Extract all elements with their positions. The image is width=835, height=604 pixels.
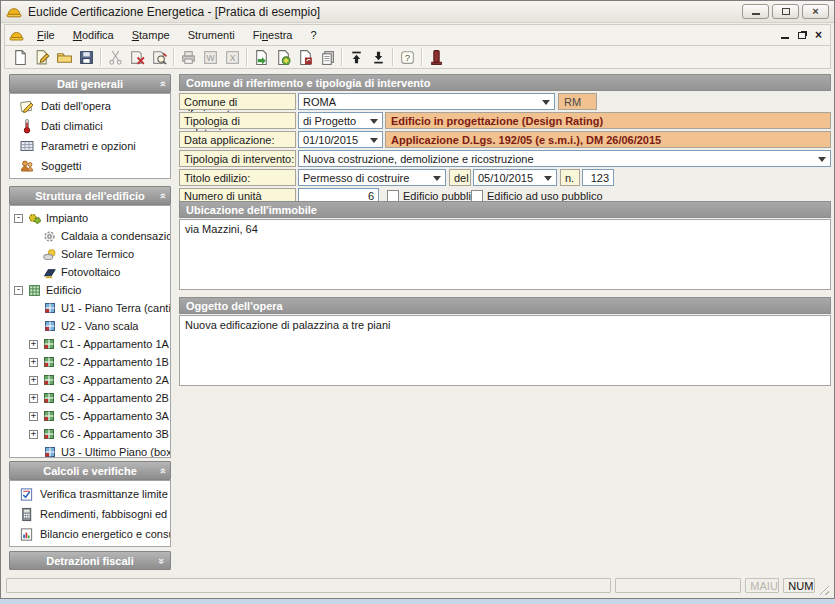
title-bar: Euclide Certificazione Energetica - [Pra… [1,1,834,23]
scroll-bottom-button[interactable] [367,47,389,68]
n-label: n. [560,169,580,186]
import-document-button[interactable] [250,47,272,68]
mdi-close-icon[interactable]: × [815,29,822,41]
sidebar-item-dati-opera[interactable]: Dati dell'opera [10,96,170,116]
print-button[interactable] [177,47,199,68]
menu-modifica[interactable]: Modifica [64,27,123,43]
cut-button[interactable] [104,47,126,68]
tree-expand-icon[interactable] [29,358,38,367]
tree-item-u3[interactable]: U3 - Ultimo Piano (box e ripo [10,443,170,458]
tree-item-c4[interactable]: C4 - Appartamento 2B [10,389,170,407]
comune-select[interactable]: ROMA [298,93,555,110]
data-applicazione-info: Applicazione D.Lgs. 192/05 (e s.m.i.), D… [385,131,831,148]
checkbox-icon[interactable] [471,190,483,202]
tree-item-impianto[interactable]: Impianto [10,209,170,227]
tree-expand-icon[interactable] [29,340,38,349]
menu-stampe[interactable]: Stampe [123,27,179,43]
data-applicazione-select[interactable]: 01/10/2015 [298,131,383,148]
intervento-select[interactable]: Nuova costruzione, demolizione e ricostr… [298,150,831,167]
print-icon [180,49,197,66]
sidebar-item-rendimenti[interactable]: Rendimenti, fabbisogni ed EP [10,504,170,524]
tree-item-solare-termico[interactable]: Solare Termico [10,245,170,263]
delete-document-button[interactable] [126,47,148,68]
mdi-restore-icon[interactable] [798,32,806,39]
titolo-number-input[interactable]: 123 [582,169,614,186]
unit-icon [42,427,56,441]
tree-item-c2[interactable]: C2 - Appartamento 1B [10,353,170,371]
export-excel-button[interactable]: X [221,47,243,68]
section-header-struttura[interactable]: Struttura dell'edificio » [9,186,171,205]
expand-icon[interactable]: » [159,555,165,567]
unit-icon [42,337,56,351]
tree-item-fotovoltaico[interactable]: Fotovoltaico [10,263,170,281]
tree-item-c6[interactable]: C6 - Appartamento 3B [10,425,170,443]
restore-button[interactable] [772,4,799,19]
form-row-intervento: Tipologia di intervento: Nuova costruzio… [179,150,831,167]
add-document-button[interactable] [272,47,294,68]
tree-expand-icon[interactable] [29,394,38,403]
oggetto-textarea[interactable]: Nuova edificazione di palazzina a tre pi… [179,315,831,386]
collapse-icon[interactable]: » [159,78,165,90]
mdi-minimize-icon[interactable] [781,37,789,39]
sidebar-item-soggetti[interactable]: Soggetti [10,156,170,176]
menu-finestra[interactable]: Finestra [244,27,302,43]
tree-item-u2[interactable]: U2 - Vano scala [10,317,170,335]
toolbar-separator [421,48,422,66]
ubicazione-textarea[interactable]: via Mazzini, 64 [179,219,831,290]
edit-document-button[interactable] [31,47,53,68]
comune-label: Comune di riferimento: [179,93,296,110]
sidebar-item-dati-climatici[interactable]: Dati climatici [10,116,170,136]
sidebar-item-verifica-trasmittanze[interactable]: Verifica trasmittanze limite [10,484,170,504]
exit-button[interactable] [425,47,447,68]
export-word-button[interactable]: W [199,47,221,68]
valutazione-label: Tipologia di valutazione: [179,112,296,129]
sidebar-item-parametri[interactable]: Parametri e opzioni [10,136,170,156]
section-header-detrazioni[interactable]: Detrazioni fiscali » [9,551,171,570]
tree-item-c3[interactable]: C3 - Appartamento 2A [10,371,170,389]
new-document-button[interactable] [9,47,31,68]
tree-item-u1[interactable]: U1 - Piano Terra (cantine e [10,299,170,317]
checkbox-icon[interactable] [387,190,399,202]
section-header-calcoli[interactable]: Calcoli e verifiche » [9,461,171,480]
tree-expand-icon[interactable] [29,412,38,421]
tree-item-c5[interactable]: C5 - Appartamento 3A [10,407,170,425]
titolo-select[interactable]: Permesso di costruire [298,169,446,186]
section-header-dati-generali[interactable]: Dati generali » [9,74,171,93]
exit-icon [428,49,445,66]
unit-icon [43,301,57,315]
tree-expand-icon[interactable] [29,376,38,385]
help-button[interactable]: ? [396,47,418,68]
toolbar-separator [392,48,393,66]
tree-collapse-icon[interactable] [14,214,23,223]
subjects-icon [19,158,35,174]
resize-grip[interactable] [817,583,829,595]
valutazione-select[interactable]: di Progetto [298,112,383,129]
collapse-icon[interactable]: » [159,190,165,202]
section-bar-oggetto: Oggetto dell'opera [179,297,831,314]
collapse-icon[interactable]: » [159,465,165,477]
tree-collapse-icon[interactable] [14,286,23,295]
menu-strumenti[interactable]: Strumenti [179,27,244,43]
tree-item-c1[interactable]: C1 - Appartamento 1A [10,335,170,353]
sidebar-item-bilancio[interactable]: Bilancio energetico e consumi [10,524,170,544]
menu-file[interactable]: File [28,27,64,43]
copy-documents-button[interactable] [316,47,338,68]
tree-item-caldaia[interactable]: Caldaia a condensazione [10,227,170,245]
export-pdf-button[interactable] [294,47,316,68]
menu-help[interactable]: ? [301,27,325,43]
search-document-button[interactable] [148,47,170,68]
section-bar-ubicazione: Ubicazione dell'immobile [179,201,831,218]
tree-expand-icon[interactable] [29,430,38,439]
status-bar: MAIU NUM [4,576,831,595]
tree-item-edificio[interactable]: Edificio [10,281,170,299]
open-folder-button[interactable] [53,47,75,68]
status-panel [615,578,741,593]
scroll-top-button[interactable] [345,47,367,68]
minimize-icon [752,13,760,15]
del-label: del [449,169,471,186]
titolo-date-select[interactable]: 05/10/2015 [473,169,557,186]
close-button[interactable]: × [802,4,829,19]
save-button[interactable] [75,47,97,68]
check-page-icon [19,487,34,502]
minimize-button[interactable] [742,4,769,19]
